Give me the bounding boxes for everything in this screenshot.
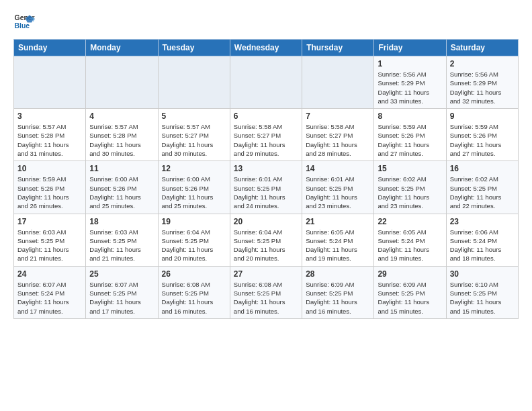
day-info: Sunrise: 6:07 AM Sunset: 5:24 PM Dayligh… (17, 280, 82, 316)
day-number: 30 (450, 269, 515, 279)
calendar-cell: 17Sunrise: 6:03 AM Sunset: 5:25 PM Dayli… (14, 214, 86, 266)
calendar-cell (86, 56, 158, 109)
weekday-header: Tuesday (158, 40, 230, 56)
day-info: Sunrise: 5:58 AM Sunset: 5:27 PM Dayligh… (234, 122, 298, 158)
day-info: Sunrise: 6:07 AM Sunset: 5:25 PM Dayligh… (89, 280, 154, 316)
day-info: Sunrise: 6:03 AM Sunset: 5:25 PM Dayligh… (17, 228, 82, 263)
day-number: 7 (306, 111, 370, 121)
weekday-header: Sunday (14, 40, 86, 56)
day-info: Sunrise: 5:59 AM Sunset: 5:26 PM Dayligh… (450, 122, 515, 158)
calendar-cell: 11Sunrise: 6:00 AM Sunset: 5:26 PM Dayli… (86, 161, 158, 214)
day-number: 12 (162, 164, 226, 173)
day-number: 13 (234, 164, 298, 173)
calendar-cell: 10Sunrise: 5:59 AM Sunset: 5:26 PM Dayli… (14, 161, 86, 214)
calendar-cell: 29Sunrise: 6:09 AM Sunset: 5:25 PM Dayli… (374, 266, 446, 318)
day-info: Sunrise: 5:56 AM Sunset: 5:29 PM Dayligh… (378, 70, 442, 105)
calendar-cell (230, 56, 302, 109)
day-number: 17 (17, 217, 82, 226)
header: General Blue (13, 11, 519, 32)
calendar-week-row: 17Sunrise: 6:03 AM Sunset: 5:25 PM Dayli… (14, 214, 519, 266)
day-number: 28 (306, 269, 370, 279)
weekday-header-row: SundayMondayTuesdayWednesdayThursdayFrid… (14, 40, 519, 56)
day-info: Sunrise: 5:59 AM Sunset: 5:26 PM Dayligh… (17, 175, 82, 210)
day-info: Sunrise: 6:04 AM Sunset: 5:25 PM Dayligh… (234, 228, 298, 263)
calendar-cell (158, 56, 230, 109)
calendar-cell: 1Sunrise: 5:56 AM Sunset: 5:29 PM Daylig… (374, 56, 446, 109)
calendar-cell: 8Sunrise: 5:59 AM Sunset: 5:26 PM Daylig… (374, 109, 446, 161)
calendar-cell: 5Sunrise: 5:57 AM Sunset: 5:27 PM Daylig… (158, 109, 230, 161)
day-info: Sunrise: 6:10 AM Sunset: 5:25 PM Dayligh… (450, 280, 515, 316)
calendar-cell: 27Sunrise: 6:08 AM Sunset: 5:25 PM Dayli… (230, 266, 302, 318)
day-number: 15 (378, 164, 442, 173)
calendar-cell (14, 56, 86, 109)
day-info: Sunrise: 6:00 AM Sunset: 5:26 PM Dayligh… (89, 175, 154, 210)
day-info: Sunrise: 5:56 AM Sunset: 5:29 PM Dayligh… (450, 70, 515, 105)
calendar-cell: 23Sunrise: 6:06 AM Sunset: 5:24 PM Dayli… (446, 214, 518, 266)
day-info: Sunrise: 6:05 AM Sunset: 5:24 PM Dayligh… (378, 228, 442, 263)
day-info: Sunrise: 6:01 AM Sunset: 5:25 PM Dayligh… (306, 175, 370, 210)
calendar-cell: 28Sunrise: 6:09 AM Sunset: 5:25 PM Dayli… (302, 266, 374, 318)
day-number: 11 (89, 164, 154, 173)
day-number: 20 (234, 217, 298, 226)
calendar-cell: 19Sunrise: 6:04 AM Sunset: 5:25 PM Dayli… (158, 214, 230, 266)
calendar-cell: 14Sunrise: 6:01 AM Sunset: 5:25 PM Dayli… (302, 161, 374, 214)
calendar-cell: 26Sunrise: 6:08 AM Sunset: 5:25 PM Dayli… (158, 266, 230, 318)
calendar-cell: 4Sunrise: 5:57 AM Sunset: 5:28 PM Daylig… (86, 109, 158, 161)
logo: General Blue (13, 11, 35, 32)
day-info: Sunrise: 6:08 AM Sunset: 5:25 PM Dayligh… (234, 280, 298, 316)
calendar-week-row: 3Sunrise: 5:57 AM Sunset: 5:28 PM Daylig… (14, 109, 519, 161)
day-info: Sunrise: 5:59 AM Sunset: 5:26 PM Dayligh… (378, 122, 442, 158)
calendar-cell (302, 56, 374, 109)
day-number: 22 (378, 217, 442, 226)
day-number: 1 (378, 59, 442, 68)
weekday-header: Thursday (302, 40, 374, 56)
day-number: 16 (450, 164, 515, 173)
day-number: 19 (162, 217, 226, 226)
calendar-cell: 18Sunrise: 6:03 AM Sunset: 5:25 PM Dayli… (86, 214, 158, 266)
calendar-cell: 9Sunrise: 5:59 AM Sunset: 5:26 PM Daylig… (446, 109, 518, 161)
day-info: Sunrise: 6:09 AM Sunset: 5:25 PM Dayligh… (378, 280, 442, 316)
day-info: Sunrise: 6:03 AM Sunset: 5:25 PM Dayligh… (89, 228, 154, 263)
day-info: Sunrise: 6:02 AM Sunset: 5:25 PM Dayligh… (450, 175, 515, 210)
calendar: SundayMondayTuesdayWednesdayThursdayFrid… (13, 39, 519, 319)
svg-text:Blue: Blue (15, 22, 30, 30)
day-number: 21 (306, 217, 370, 226)
calendar-cell: 24Sunrise: 6:07 AM Sunset: 5:24 PM Dayli… (14, 266, 86, 318)
weekday-header: Saturday (446, 40, 518, 56)
day-number: 14 (306, 164, 370, 173)
calendar-cell: 7Sunrise: 5:58 AM Sunset: 5:27 PM Daylig… (302, 109, 374, 161)
day-number: 2 (450, 59, 515, 68)
day-info: Sunrise: 6:06 AM Sunset: 5:24 PM Dayligh… (450, 228, 515, 263)
day-info: Sunrise: 5:57 AM Sunset: 5:27 PM Dayligh… (162, 122, 226, 158)
calendar-cell: 16Sunrise: 6:02 AM Sunset: 5:25 PM Dayli… (446, 161, 518, 214)
page: General Blue SundayMondayTuesdayWednesda… (0, 0, 532, 330)
day-info: Sunrise: 6:04 AM Sunset: 5:25 PM Dayligh… (162, 228, 226, 263)
calendar-week-row: 10Sunrise: 5:59 AM Sunset: 5:26 PM Dayli… (14, 161, 519, 214)
day-number: 9 (450, 111, 515, 121)
day-number: 27 (234, 269, 298, 279)
day-info: Sunrise: 5:57 AM Sunset: 5:28 PM Dayligh… (89, 122, 154, 158)
day-info: Sunrise: 6:02 AM Sunset: 5:25 PM Dayligh… (378, 175, 442, 210)
calendar-cell: 13Sunrise: 6:01 AM Sunset: 5:25 PM Dayli… (230, 161, 302, 214)
day-number: 3 (17, 111, 82, 121)
calendar-cell: 15Sunrise: 6:02 AM Sunset: 5:25 PM Dayli… (374, 161, 446, 214)
day-number: 8 (378, 111, 442, 121)
calendar-week-row: 24Sunrise: 6:07 AM Sunset: 5:24 PM Dayli… (14, 266, 519, 318)
weekday-header: Monday (86, 40, 158, 56)
calendar-cell: 12Sunrise: 6:00 AM Sunset: 5:26 PM Dayli… (158, 161, 230, 214)
day-info: Sunrise: 6:09 AM Sunset: 5:25 PM Dayligh… (306, 280, 370, 316)
day-number: 18 (89, 217, 154, 226)
day-info: Sunrise: 6:05 AM Sunset: 5:24 PM Dayligh… (306, 228, 370, 263)
day-number: 25 (89, 269, 154, 279)
calendar-cell: 25Sunrise: 6:07 AM Sunset: 5:25 PM Dayli… (86, 266, 158, 318)
calendar-week-row: 1Sunrise: 5:56 AM Sunset: 5:29 PM Daylig… (14, 56, 519, 109)
day-number: 4 (89, 111, 154, 121)
weekday-header: Wednesday (230, 40, 302, 56)
day-info: Sunrise: 6:00 AM Sunset: 5:26 PM Dayligh… (162, 175, 226, 210)
logo-icon: General Blue (13, 11, 35, 32)
calendar-cell: 2Sunrise: 5:56 AM Sunset: 5:29 PM Daylig… (446, 56, 518, 109)
day-number: 26 (162, 269, 226, 279)
day-info: Sunrise: 6:01 AM Sunset: 5:25 PM Dayligh… (234, 175, 298, 210)
day-info: Sunrise: 5:57 AM Sunset: 5:28 PM Dayligh… (17, 122, 82, 158)
calendar-cell: 6Sunrise: 5:58 AM Sunset: 5:27 PM Daylig… (230, 109, 302, 161)
